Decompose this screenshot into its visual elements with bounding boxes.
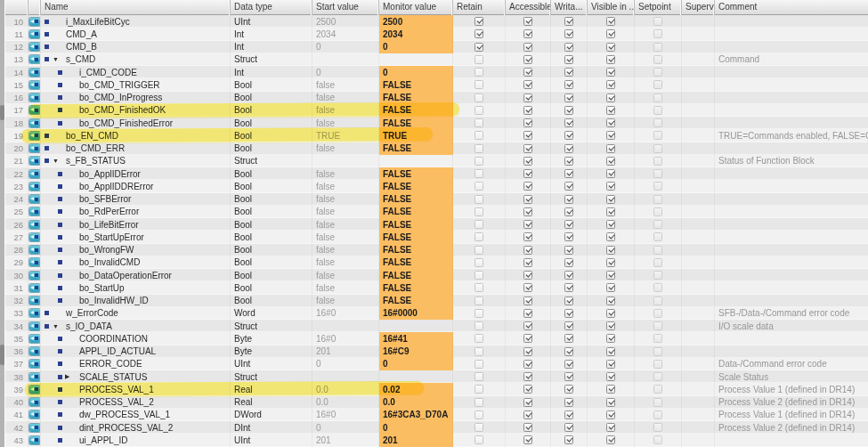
visible-checkbox[interactable] (606, 297, 615, 305)
retain-checkbox[interactable] (475, 423, 483, 432)
column-header-supervision[interactable]: Supervis... (682, 0, 715, 15)
comment-cell[interactable] (715, 104, 868, 117)
visible-checkbox[interactable] (606, 157, 615, 166)
start-value-cell[interactable]: false (312, 218, 379, 231)
writable-checkbox[interactable] (564, 334, 573, 343)
accessible-checkbox[interactable] (523, 195, 532, 204)
row-number[interactable]: 14 (5, 66, 28, 78)
data-type-cell[interactable]: Struct (231, 155, 312, 167)
comment-cell[interactable] (715, 206, 868, 218)
row-number[interactable]: 24 (5, 193, 28, 206)
row-number[interactable]: 34 (5, 320, 28, 332)
writable-checkbox[interactable] (564, 157, 573, 166)
name-cell[interactable]: bo_CMD_InProgress (41, 92, 231, 104)
row-number[interactable]: 39 (5, 383, 28, 395)
name-cell[interactable]: ui_APPL_ID (41, 434, 231, 446)
name-cell[interactable]: bo_CMD_FinishedError (41, 117, 231, 129)
accessible-checkbox[interactable] (523, 258, 532, 267)
writable-checkbox[interactable] (564, 372, 573, 381)
writable-checkbox[interactable] (564, 258, 573, 267)
accessible-checkbox[interactable] (523, 29, 532, 38)
data-type-cell[interactable]: UInt (231, 358, 312, 370)
retain-checkbox[interactable] (475, 398, 483, 407)
accessible-checkbox[interactable] (523, 157, 532, 166)
accessible-checkbox[interactable] (523, 321, 532, 330)
retain-checkbox[interactable] (475, 195, 483, 204)
visible-checkbox[interactable] (606, 118, 615, 127)
accessible-checkbox[interactable] (523, 207, 532, 216)
row-number[interactable]: 30 (5, 269, 28, 281)
visible-checkbox[interactable] (606, 144, 615, 153)
writable-checkbox[interactable] (564, 118, 573, 127)
writable-checkbox[interactable] (564, 232, 573, 241)
collapse-arrow-icon[interactable]: ▼ (53, 155, 59, 167)
name-cell[interactable]: bo_InvalidHW_ID (41, 295, 231, 307)
start-value-cell[interactable]: false (312, 92, 379, 104)
comment-cell[interactable]: Process Value 1 (defined in DR14) (715, 409, 868, 421)
column-header-start_value[interactable]: Start value (312, 0, 379, 15)
start-value-cell[interactable] (312, 370, 379, 383)
retain-checkbox[interactable] (475, 232, 483, 241)
start-value-cell[interactable]: 0 (312, 66, 379, 78)
start-value-cell[interactable] (312, 155, 379, 167)
row-number[interactable]: 29 (5, 256, 28, 269)
row-number[interactable]: 13 (5, 53, 28, 66)
accessible-checkbox[interactable] (523, 80, 532, 89)
accessible-checkbox[interactable] (523, 435, 532, 444)
row-number[interactable]: 35 (5, 332, 28, 345)
accessible-checkbox[interactable] (523, 271, 532, 280)
retain-checkbox[interactable] (475, 334, 483, 343)
retain-checkbox[interactable] (475, 360, 483, 369)
start-value-cell[interactable]: 16#0 (312, 307, 379, 320)
visible-checkbox[interactable] (606, 347, 615, 356)
comment-cell[interactable] (715, 345, 868, 358)
visible-checkbox[interactable] (606, 334, 615, 343)
start-value-cell[interactable]: false (312, 117, 379, 129)
row-number[interactable]: 10 (5, 15, 28, 28)
comment-cell[interactable] (715, 269, 868, 281)
retain-checkbox[interactable] (475, 55, 483, 64)
column-header-monitor_value[interactable]: Monitor value (379, 0, 453, 15)
writable-checkbox[interactable] (564, 43, 573, 52)
row-number[interactable]: 26 (5, 218, 28, 231)
comment-cell[interactable] (715, 15, 868, 28)
name-cell[interactable]: PROCESS_VAL_1 (41, 383, 231, 395)
comment-cell[interactable]: I/O scale data (715, 320, 868, 332)
data-type-cell[interactable]: Bool (231, 218, 312, 231)
name-cell[interactable]: bo_StartUpError (41, 231, 231, 243)
comment-cell[interactable]: Scale Status (715, 370, 868, 383)
start-value-cell[interactable]: false (312, 295, 379, 307)
data-type-cell[interactable]: DInt (231, 421, 312, 434)
name-cell[interactable]: bo_CMD_TRIGGER (41, 78, 231, 91)
start-value-cell[interactable]: TRUE (312, 129, 379, 142)
data-type-cell[interactable]: Int (231, 41, 312, 53)
start-value-cell[interactable]: false (312, 256, 379, 269)
column-header-accessible[interactable]: Accessible f... (506, 0, 551, 15)
retain-checkbox[interactable] (475, 410, 483, 419)
comment-cell[interactable] (715, 434, 868, 446)
data-type-cell[interactable]: Bool (231, 256, 312, 269)
comment-cell[interactable] (715, 66, 868, 78)
comment-cell[interactable] (715, 231, 868, 243)
comment-cell[interactable] (715, 142, 868, 155)
accessible-checkbox[interactable] (523, 297, 532, 305)
retain-checkbox[interactable] (475, 207, 483, 216)
start-value-cell[interactable]: false (312, 281, 379, 294)
row-number[interactable]: 40 (5, 396, 28, 409)
data-type-cell[interactable]: Bool (231, 206, 312, 218)
start-value-cell[interactable]: 0 (312, 41, 379, 53)
start-value-cell[interactable]: false (312, 142, 379, 155)
comment-cell[interactable] (715, 117, 868, 129)
accessible-checkbox[interactable] (523, 43, 532, 52)
row-number[interactable]: 32 (5, 295, 28, 307)
retain-checkbox[interactable] (475, 258, 483, 267)
data-type-cell[interactable]: UInt (231, 15, 312, 28)
name-cell[interactable]: bo_ApplIDDRError (41, 180, 231, 192)
comment-cell[interactable] (715, 180, 868, 192)
data-type-cell[interactable]: Real (231, 383, 312, 395)
name-cell[interactable]: dint_PROCESS_VAL_2 (41, 421, 231, 434)
visible-checkbox[interactable] (606, 398, 615, 407)
column-header-data_type[interactable]: Data type (231, 0, 312, 15)
comment-cell[interactable] (715, 28, 868, 40)
name-cell[interactable]: bo_ApplIDError (41, 167, 231, 180)
